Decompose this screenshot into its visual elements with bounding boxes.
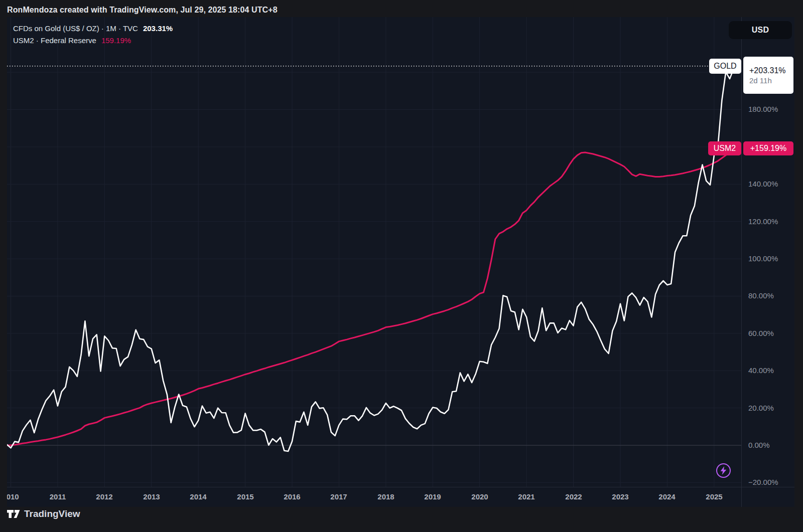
tradingview-logo-text: TradingView bbox=[24, 508, 80, 519]
currency-toggle-button[interactable]: USD bbox=[729, 21, 792, 39]
legend-row-usm2[interactable]: USM2 · Federal Reserve 159.19% bbox=[13, 34, 173, 46]
price-plot-area[interactable] bbox=[7, 17, 741, 487]
price-tick-label: 140.00% bbox=[748, 180, 778, 188]
gold-price-value: +203.31% bbox=[749, 66, 793, 75]
gold-series-change: 203.31% bbox=[143, 24, 173, 33]
price-tick-label: 20.00% bbox=[748, 404, 774, 412]
usm2-price-label: USM2 bbox=[708, 141, 741, 155]
price-tick-label: 40.00% bbox=[748, 366, 774, 375]
price-tick-label: 100.00% bbox=[748, 254, 778, 263]
usm2-series-title: USM2 · Federal Reserve bbox=[13, 36, 96, 45]
price-tick-label: 180.00% bbox=[748, 105, 778, 113]
chart-panel[interactable]: 180.00%160.00%140.00%120.00%100.00%80.00… bbox=[7, 17, 794, 507]
usm2-price-value: +159.19% bbox=[750, 144, 787, 153]
year-tick-label: 2019 bbox=[424, 492, 441, 501]
price-tick-label: 0.00% bbox=[748, 441, 770, 449]
year-tick-label: 2023 bbox=[612, 492, 628, 501]
gold-price-label: GOLD bbox=[709, 59, 741, 74]
gold-bar-countdown: 2d 11h bbox=[749, 76, 793, 85]
price-axis-separator bbox=[741, 17, 742, 507]
gold-price-value-badge: +203.31% 2d 11h bbox=[743, 57, 793, 94]
year-tick-label: 2012 bbox=[96, 492, 112, 501]
year-tick-label: 2018 bbox=[377, 492, 394, 501]
year-tick-label: 2011 bbox=[50, 492, 66, 501]
price-tick-label: −20.00% bbox=[748, 478, 778, 486]
year-tick-label: 2013 bbox=[143, 492, 160, 501]
year-tick-label: 2017 bbox=[330, 492, 347, 501]
year-tick-label: 2014 bbox=[190, 492, 206, 501]
gold-series-title: CFDs on Gold (US$ / OZ) · 1M · TVC bbox=[13, 24, 138, 33]
time-axis-separator bbox=[7, 487, 794, 487]
year-tick-label: 2020 bbox=[471, 492, 488, 501]
flash-boost-icon[interactable] bbox=[716, 463, 731, 478]
lightning-bolt-icon bbox=[720, 466, 727, 475]
year-tick-label: 2025 bbox=[706, 492, 722, 501]
tradingview-logo-icon bbox=[7, 510, 20, 518]
legend-row-gold[interactable]: CFDs on Gold (US$ / OZ) · 1M · TVC 203.3… bbox=[13, 22, 173, 34]
year-tick-label: 2024 bbox=[658, 492, 675, 501]
year-tick-label: 2016 bbox=[284, 492, 300, 501]
price-tick-label: 120.00% bbox=[748, 217, 778, 226]
price-tick-label: 60.00% bbox=[748, 329, 774, 337]
usm2-price-value-badge: +159.19% bbox=[743, 141, 793, 155]
tradingview-logo-link[interactable]: TradingView bbox=[7, 508, 80, 519]
year-tick-label: 2010 bbox=[7, 492, 19, 501]
usm2-series-change: 159.19% bbox=[101, 36, 131, 45]
legend: CFDs on Gold (US$ / OZ) · 1M · TVC 203.3… bbox=[13, 22, 173, 46]
attribution-text: RonMendoza created with TradingView.com,… bbox=[7, 6, 278, 15]
year-tick-label: 2021 bbox=[518, 492, 534, 501]
year-tick-label: 2022 bbox=[565, 492, 582, 501]
tradingview-chart-page: RonMendoza created with TradingView.com,… bbox=[0, 0, 803, 532]
price-tick-label: 80.00% bbox=[748, 291, 774, 300]
year-tick-label: 2015 bbox=[237, 492, 253, 501]
